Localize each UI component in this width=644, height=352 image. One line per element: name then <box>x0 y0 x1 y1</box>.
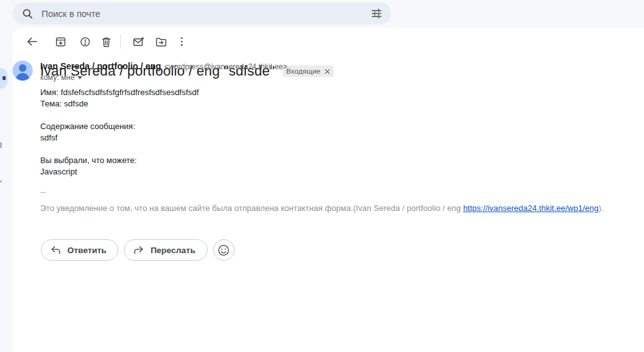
body-content-value: sdfsf <box>40 132 199 144</box>
body-choice-value: Javascript <box>40 166 199 178</box>
more-options-icon[interactable] <box>174 33 190 50</box>
forward-button[interactable]: Переслать <box>124 239 207 261</box>
sidebar-clipped-pill[interactable] <box>0 68 8 89</box>
footer-note: Это уведомление о том, что на вашем сайт… <box>40 203 604 213</box>
recipient-details-toggle[interactable]: кому: мне <box>40 73 82 82</box>
inbox-label-chip[interactable]: Входящие <box>282 65 334 77</box>
search-options-tune-icon[interactable] <box>370 8 382 20</box>
mark-unread-icon[interactable] <box>130 33 147 50</box>
emoji-reaction-button[interactable] <box>213 239 235 261</box>
sender-email: <wordpress@ivansereda24.thkit.ee> <box>164 62 287 71</box>
move-to-folder-icon[interactable] <box>153 33 169 50</box>
sender-avatar[interactable] <box>13 60 33 81</box>
body-content-header: Содержание сообщения: <box>40 121 199 132</box>
body-name-line: Имя: fdsfefscfsdfsfsfgfrfsdfresfsdfsesdf… <box>40 87 199 98</box>
sidebar-clipped-text <box>0 180 2 183</box>
action-buttons-row: Ответить Переслать <box>41 239 235 261</box>
search-input[interactable] <box>42 9 363 19</box>
more-options-glyph <box>176 36 187 47</box>
report-spam-glyph <box>79 36 91 48</box>
body-group-name: Имя: fdsfefscfsdfsfsfgfrfsdfresfsdfsesdf… <box>40 87 199 110</box>
delete-trash-glyph <box>101 36 112 48</box>
sender-name: Ivan Sereda / portfoolio / eng <box>40 61 161 71</box>
avatar-person-icon <box>19 64 26 72</box>
mark-unread-glyph <box>132 36 145 48</box>
move-to-folder-glyph <box>155 36 167 48</box>
footer-suffix: ). <box>599 203 604 213</box>
body-group-choice: Вы выбрали, что можете: Javascript <box>40 155 199 178</box>
search-bar[interactable] <box>13 3 391 25</box>
search-icon[interactable] <box>21 8 34 20</box>
reply-button[interactable]: Ответить <box>41 239 118 261</box>
body-subject-line: Тема: sdfsde <box>40 98 199 110</box>
archive-glyph <box>55 36 67 48</box>
reply-arrow-icon <box>50 246 61 255</box>
inbox-label-text: Входящие <box>286 67 321 75</box>
forward-arrow-icon <box>133 246 144 255</box>
label-remove-x-icon[interactable] <box>325 69 330 74</box>
smiley-icon <box>217 244 230 257</box>
signature-separator: -- <box>40 186 604 197</box>
to-line-text: кому: мне <box>40 73 75 82</box>
sender-line: Ivan Sereda / portfoolio / eng<wordpress… <box>40 61 287 71</box>
archive-icon[interactable] <box>52 33 69 50</box>
reply-button-label: Ответить <box>67 246 106 255</box>
toolbar-divider <box>120 35 121 48</box>
body-group-content: Содержание сообщения: sdfsf <box>40 121 199 144</box>
email-body: Имя: fdsfefscfsdfsfsfgfrfsdfresfsdfsesdf… <box>40 87 199 178</box>
back-arrow-icon[interactable] <box>24 33 40 50</box>
email-signature: -- Это уведомление о том, что на вашем с… <box>40 186 604 213</box>
delete-trash-icon[interactable] <box>98 33 114 50</box>
sidebar-clipped-text <box>0 142 2 148</box>
body-choice-header: Вы выбрали, что можете: <box>40 155 199 166</box>
footer-prefix: Это уведомление о том, что на вашем сайт… <box>40 203 463 213</box>
forward-button-label: Переслать <box>150 246 195 255</box>
back-arrow-glyph <box>26 35 38 48</box>
gmail-window: Ivan Sereda / portfoolio / eng "sdfsde" … <box>0 0 644 352</box>
sidebar-clipped-icon <box>3 76 6 80</box>
report-spam-icon[interactable] <box>77 33 93 50</box>
site-link[interactable]: https://ivansereda24.thkit.ee/wp1/eng <box>463 203 598 213</box>
chevron-down-icon <box>77 76 82 79</box>
